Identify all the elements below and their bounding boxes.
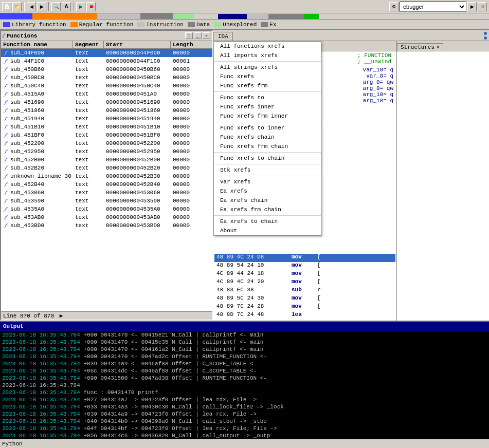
table-row[interactable]: 𝑓 sub_451860 text 0000000000451860 00000 [1, 106, 212, 115]
menu-item[interactable]: Func xrefs to [214, 93, 321, 102]
table-row[interactable]: 𝑓 sub_44F1C0 text 000000000044F1C0 00001 [1, 57, 212, 65]
col-name-header[interactable]: Function name [1, 41, 73, 48]
output-line: 2023-06-18 16:35:43.784 +039 004314a9 <-… [2, 361, 487, 368]
table-row[interactable]: 𝑓 unknown_libname_30 text 0000000000452B… [1, 172, 212, 180]
debugger-select[interactable]: ebugger [400, 2, 466, 12]
hex-line: 4C 89 4C 24 20 mov [ [214, 278, 395, 287]
output-body[interactable]: 2023-06-18 16:35:43.784 +000 00431470 <-… [0, 331, 489, 439]
toolbar-btn-fwd[interactable]: ▶ [37, 2, 46, 11]
table-row[interactable]: 𝑓 sub_450B60 text 0000000000450B60 00000 [1, 65, 212, 73]
menu-item[interactable]: All functions xrefs [214, 42, 321, 51]
table-row[interactable]: 𝑓 sub_451940 text 0000000000451940 00000 [1, 115, 212, 123]
table-row[interactable]: 𝑓 sub_451BF0 text 0000000000451BF0 00000 [1, 131, 212, 139]
dots-nav [482, 30, 489, 41]
menu-item[interactable]: Ea xrefs frm chain [214, 205, 321, 214]
func-seg: text [73, 116, 104, 122]
menu-item[interactable]: Func xrefs chain [214, 133, 321, 142]
table-row[interactable]: 𝑓 sub_453AB0 text 0000000000453AB0 00000 [1, 213, 212, 221]
hex-bytes-table[interactable]: 48 89 4C 24 08 mov [ 48 89 54 24 10 mov … [213, 253, 396, 321]
table-row[interactable]: 𝑓 sub_452B20 text 0000000000452B20 00000 [1, 164, 212, 172]
table-row[interactable]: 𝑓 sub_452B00 text 0000000000452B00 00000 [1, 156, 212, 164]
toolbar-btn-stop[interactable]: ⏹ [86, 2, 96, 11]
func-seg: text [73, 190, 104, 196]
hex-line: 48 89 4C 24 08 mov [ [214, 254, 395, 262]
col-len-header[interactable]: Length [171, 41, 202, 48]
menu-item[interactable]: Func xrefs frm inner [214, 111, 321, 121]
func-seg: text [73, 91, 104, 97]
output-line: 2023-06-18 16:35:43.784 +04f 004314bf ->… [2, 425, 487, 433]
col-seg-header[interactable]: Segment [73, 41, 104, 48]
output-line: 2023-06-18 16:35:43.784 +040 004314b0 ->… [2, 418, 487, 425]
debugger-btn-2[interactable]: ▶ [467, 2, 477, 11]
table-row[interactable]: 𝑓 sub_453060 text 0000000000453060 00000 [1, 189, 212, 197]
functions-body[interactable]: 𝑓 sub_44F090 text 000000000044F090 00000… [1, 49, 212, 311]
menu-item[interactable]: All strings xrefs [214, 63, 321, 72]
func-name: sub_450BC0 [9, 74, 73, 81]
func-icon: 𝑓 [1, 91, 9, 97]
toolbar-btn-font[interactable]: A [62, 2, 71, 11]
menu-item[interactable]: Ea xrefs chain [214, 196, 321, 205]
func-icon: 𝑓 [1, 215, 9, 220]
menu-item[interactable]: Func xrefs frm chain [214, 142, 321, 151]
legend-library: Library function [3, 22, 66, 28]
table-row[interactable]: 𝑓 sub_453BD0 text 0000000000453BD0 00000 [1, 221, 212, 230]
debugger-btn-3[interactable]: ⏸ [478, 2, 487, 11]
func-len: 00000 [171, 181, 202, 188]
func-len: 00000 [171, 198, 202, 204]
func-start: 0000000000451B10 [104, 124, 171, 130]
table-row[interactable]: 𝑓 sub_44F090 text 000000000044F090 00000 [1, 49, 212, 57]
table-row[interactable]: 𝑓 sub_450C40 text 0000000000450C40 00000 [1, 82, 212, 90]
toolbar-btn-back[interactable]: ◀ [27, 2, 36, 11]
menu-item[interactable]: Var xrefs [214, 177, 321, 186]
func-start: 000000000044F1C0 [104, 58, 171, 64]
menu-item[interactable]: Ea xrefs to chain [214, 217, 321, 226]
table-row[interactable]: 𝑓 sub_451690 text 0000000000451690 00000 [1, 98, 212, 106]
menu-item[interactable]: About [214, 226, 321, 235]
table-row[interactable]: 𝑓 sub_4535A0 text 00000000004535A0 00000 [1, 205, 212, 213]
functions-header: Function name Segment Start Length [1, 41, 212, 49]
table-row[interactable]: 𝑓 sub_453590 text 0000000000453590 00000 [1, 197, 212, 205]
func-start: 0000000000451A0 [104, 91, 171, 97]
menu-item[interactable]: Func xrefs [214, 72, 321, 81]
toolbar-btn-open[interactable]: 📂 [12, 2, 22, 11]
table-row[interactable]: 𝑓 sub_4515A0 text 0000000000451A0 00000 [1, 90, 212, 98]
structures-tab[interactable]: Structures × [397, 43, 443, 51]
func-seg: text [73, 157, 104, 163]
func-seg: text [73, 181, 104, 188]
table-row[interactable]: 𝑓 sub_452200 text 0000000000452200 00000 [1, 139, 212, 147]
right-progress [218, 14, 362, 19]
functions-restore-btn[interactable]: □ [185, 32, 193, 39]
toolbar-btn-new[interactable]: 📄 [2, 2, 11, 11]
menu-item[interactable]: Ea xrefs [214, 186, 321, 196]
functions-icon: 𝑓 [3, 33, 5, 39]
functions-minimize-btn[interactable]: _ [194, 32, 202, 39]
structures-panel: Structures × [396, 41, 489, 321]
menu-item[interactable]: Func xrefs frm [214, 81, 321, 90]
col-start-header[interactable]: Start [104, 41, 171, 48]
func-seg: text [73, 132, 104, 138]
table-row[interactable]: 𝑓 sub_452950 text 0000000000452950 00000 [1, 147, 212, 156]
structures-content[interactable] [397, 51, 489, 321]
func-name: sub_451690 [9, 99, 73, 105]
table-row[interactable]: 𝑓 sub_451B10 text 0000000000451B10 00000 [1, 123, 212, 131]
prog-unexplored [173, 13, 194, 19]
func-start: 0000000000453590 [104, 198, 171, 204]
func-seg: text [73, 173, 104, 179]
context-menu: All functions xrefsAll imports xrefsAll … [213, 41, 321, 236]
functions-close-btn[interactable]: × [203, 32, 210, 39]
menu-item[interactable]: Stk xrefs [214, 165, 321, 175]
table-row[interactable]: 𝑓 sub_452B40 text 0000000000452B40 00000 [1, 180, 212, 189]
menu-item[interactable]: Func xrefs inner [214, 102, 321, 111]
structures-close-btn[interactable]: × [437, 45, 440, 50]
func-start: 0000000000451690 [104, 99, 171, 105]
tab-ida[interactable]: IDA [213, 32, 233, 41]
menu-item[interactable]: Func xrefs to chain [214, 154, 321, 163]
toolbar-btn-run[interactable]: ▶ [76, 2, 85, 11]
toolbar-btn-search[interactable]: 🔍 [51, 2, 61, 11]
func-len: 00000 [171, 190, 202, 196]
menu-item[interactable]: Func xrefs to inner [214, 123, 321, 133]
menu-separator [214, 152, 321, 153]
table-row[interactable]: 𝑓 sub_450BC0 text 0000000000450BC0 00000 [1, 73, 212, 82]
menu-item[interactable]: All imports xrefs [214, 51, 321, 60]
debugger-btn-1[interactable]: ⚙ [389, 2, 399, 11]
